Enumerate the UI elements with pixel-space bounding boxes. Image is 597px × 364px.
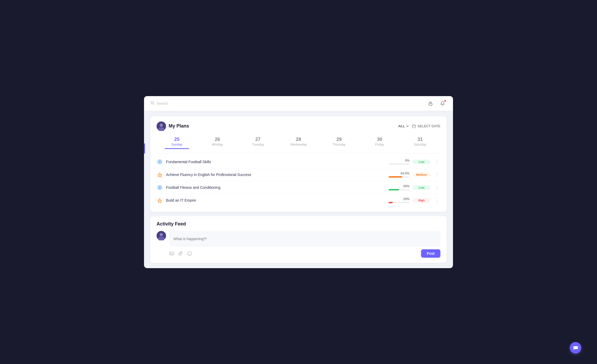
svg-point-11	[159, 186, 161, 189]
select-date-label: SELECT DATE	[417, 124, 440, 128]
notification-badge	[444, 100, 446, 102]
svg-rect-6	[412, 125, 416, 128]
plan-menu-2[interactable]: ⋮	[434, 185, 440, 190]
plans-title-area: My Plans	[157, 122, 189, 131]
post-button[interactable]: Post	[421, 249, 440, 258]
all-label: ALL	[398, 124, 405, 128]
plan-menu-3[interactable]: ⋮	[434, 197, 440, 203]
lock-button[interactable]	[426, 99, 435, 108]
activity-card: Activity Feed	[150, 216, 447, 263]
svg-marker-12	[157, 198, 162, 203]
plan-name-0: Fundamental Football Skills	[166, 160, 383, 164]
cal-label-4: Thursday	[319, 143, 359, 146]
all-dropdown[interactable]: ALL	[398, 124, 409, 128]
notification-button[interactable]	[438, 99, 447, 108]
progress-bg-3	[389, 202, 410, 203]
attachment-icon[interactable]	[178, 251, 183, 256]
cal-day-0[interactable]: 25 Sunday	[157, 135, 197, 149]
plan-icon-3	[157, 197, 163, 203]
top-icons	[426, 99, 447, 108]
priority-badge-3: High	[413, 198, 430, 203]
cal-day-1[interactable]: 26 Monday	[197, 135, 238, 149]
plan-row-2: Football Fitness and Conditioning 50% Lo…	[157, 181, 440, 194]
image-icon[interactable]	[169, 251, 174, 256]
plan-name-2: Football Fitness and Conditioning	[166, 185, 383, 190]
select-date-button[interactable]: SELECT DATE	[412, 124, 440, 128]
main-content: My Plans ALL SELECT DATE	[144, 111, 453, 268]
search-icon	[150, 101, 154, 106]
priority-badge-1: Medium	[413, 172, 430, 177]
plan-progress-2: 50%	[386, 184, 410, 190]
app-window: Search	[144, 96, 453, 268]
svg-rect-2	[429, 103, 432, 105]
emoji-icon[interactable]	[187, 251, 192, 256]
svg-point-8	[159, 161, 161, 163]
plan-name-1: Achieve Fluency in English for Professio…	[166, 173, 383, 177]
plan-progress-3: 20%	[386, 197, 410, 203]
plan-icon-1	[157, 172, 163, 178]
activity-avatar	[157, 231, 166, 240]
cal-date-3: 28	[278, 137, 319, 142]
progress-fill-1	[389, 176, 402, 178]
search-area: Search	[150, 101, 168, 106]
svg-point-20	[190, 253, 191, 253]
cal-day-6[interactable]: 31 Saturday	[400, 135, 440, 149]
cal-label-3: Wednesday	[278, 143, 319, 146]
svg-point-18	[187, 251, 192, 256]
svg-point-4	[160, 124, 163, 127]
plans-card: My Plans ALL SELECT DATE	[150, 116, 447, 212]
plans-title: My Plans	[169, 123, 189, 129]
cal-label-1: Monday	[197, 143, 238, 146]
priority-badge-2: Low	[413, 185, 430, 190]
cal-day-3[interactable]: 28 Wednesday	[278, 135, 319, 149]
cal-date-2: 27	[238, 137, 278, 142]
cal-date-4: 29	[319, 137, 359, 142]
plan-icon-0	[157, 159, 163, 165]
plan-row-1: Achieve Fluency in English for Professio…	[157, 168, 440, 181]
plan-name-3: Build an IT Empire	[166, 198, 383, 202]
plans-header-controls: ALL SELECT DATE	[398, 124, 440, 128]
progress-bg-1	[389, 176, 410, 178]
plan-percent-0: 0%	[405, 159, 410, 162]
progress-fill-2	[389, 189, 399, 190]
plan-icon-2	[157, 184, 163, 191]
activity-input-row: Post	[157, 231, 440, 258]
cal-day-5[interactable]: 30 Friday	[359, 135, 400, 149]
progress-fill-3	[389, 202, 393, 203]
cal-label-5: Friday	[359, 143, 400, 146]
cal-date-6: 31	[400, 137, 440, 142]
plan-percent-3: 20%	[403, 197, 410, 201]
plan-row-0: Fundamental Football Skills 0% Low ⋮	[157, 156, 440, 168]
plans-card-header: My Plans ALL SELECT DATE	[157, 122, 440, 131]
plan-row-3: Build an IT Empire 20% High ⋮	[157, 194, 440, 207]
progress-bg-0	[389, 163, 410, 165]
activity-input-wrapper: Post	[169, 231, 440, 258]
priority-badge-0: Low	[413, 159, 430, 164]
user-avatar	[157, 122, 166, 131]
svg-marker-9	[157, 173, 162, 177]
plan-menu-0[interactable]: ⋮	[434, 159, 440, 165]
cal-date-5: 30	[359, 137, 400, 142]
activity-input[interactable]	[169, 231, 440, 247]
cal-day-2[interactable]: 27 Tuesday	[238, 135, 278, 149]
plan-percent-1: 64.5%	[401, 172, 410, 175]
calendar-divider	[157, 153, 440, 153]
svg-point-19	[189, 253, 189, 253]
plan-menu-1[interactable]: ⋮	[434, 172, 440, 178]
calendar-row: 25 Sunday 26 Monday 27 Tuesday 28 Wednes…	[157, 135, 440, 149]
cal-date-1: 26	[197, 137, 238, 142]
plan-progress-1: 64.5%	[386, 172, 410, 178]
cal-label-0: Sunday	[157, 143, 197, 146]
svg-point-14	[160, 233, 163, 236]
progress-bg-2	[389, 189, 410, 190]
activity-tools	[169, 251, 192, 256]
top-bar: Search	[144, 96, 453, 111]
cal-label-6: Saturday	[400, 143, 440, 146]
plan-percent-2: 50%	[403, 184, 410, 188]
cal-date-0: 25	[157, 137, 197, 142]
activity-toolbar: Post	[169, 249, 440, 258]
activity-title: Activity Feed	[157, 221, 440, 227]
cal-label-2: Tuesday	[238, 143, 278, 146]
cal-day-4[interactable]: 29 Thursday	[319, 135, 359, 149]
svg-line-1	[153, 104, 154, 104]
